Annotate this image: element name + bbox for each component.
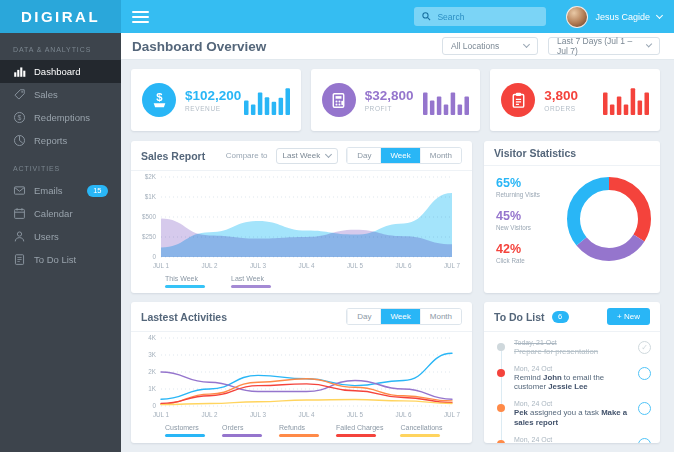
todo-date: Mon, 24 Oct — [514, 436, 633, 443]
sidebar-item[interactable]: Reports — [0, 129, 121, 152]
stat-label: REVENUE — [185, 105, 241, 112]
range-tab[interactable]: Week — [380, 148, 419, 163]
date-range-dropdown[interactable]: Last 7 Days (Jul 1 – Jul 7) — [548, 37, 660, 55]
sales-range-tabs: Day Week Month — [346, 147, 462, 164]
hamburger-menu-icon[interactable] — [132, 8, 149, 26]
todo-date: Today, 21 Oct — [514, 339, 633, 346]
legend-item: Last Week — [231, 275, 271, 288]
svg-text:JUL 4: JUL 4 — [298, 262, 315, 269]
avatar[interactable] — [566, 6, 588, 28]
sidebar-item-label: Redemptions — [34, 112, 90, 123]
svg-text:$250: $250 — [142, 233, 157, 240]
todo-checkbox[interactable]: ✓ — [638, 341, 651, 354]
legend-item: This Week — [165, 275, 205, 288]
sidebar-item[interactable]: Users — [0, 225, 121, 248]
legend-item: Refunds — [279, 424, 319, 437]
svg-text:JUL 7: JUL 7 — [444, 411, 460, 418]
range-tab[interactable]: Month — [420, 309, 461, 324]
range-tab[interactable]: Week — [380, 309, 419, 324]
sidebar-item[interactable]: Sales — [0, 83, 121, 106]
legend-item: Orders — [222, 424, 262, 437]
sidebar-item-label: To Do List — [34, 254, 76, 265]
todo-checkbox[interactable] — [638, 367, 651, 380]
activities-legend: Customers Orders Refunds — [131, 423, 472, 443]
calculator-icon — [329, 91, 348, 110]
todo-checkbox[interactable] — [638, 438, 651, 443]
sidebar-item-label: Users — [34, 231, 59, 242]
pie-chart-icon — [13, 134, 26, 147]
svg-text:JUL 2: JUL 2 — [201, 411, 218, 418]
search-input[interactable] — [437, 12, 539, 22]
search-box[interactable] — [414, 7, 546, 26]
sales-report-panel: Sales Report Compare to Last Week — [131, 141, 472, 293]
stat-card: 3,800 ORDERS — [490, 69, 660, 131]
clipboard-icon — [13, 253, 26, 266]
activities-line-chart: 4K3K2K1K0JUL 1JUL 2JUL 3JUL 4JUL 5JUL 6J… — [131, 332, 460, 421]
sidebar-badge: 15 — [87, 185, 108, 197]
compare-dropdown[interactable]: Last Week — [276, 148, 339, 164]
todo-item: Mon, 24 Oct Pek assigned you a task Make… — [484, 396, 660, 431]
activities-range-tabs: Day Week Month — [346, 308, 462, 325]
latest-activities-panel: Lastest Activities Day Week Month — [131, 302, 472, 443]
sidebar-item[interactable]: $ Redemptions — [0, 106, 121, 129]
sidebar-section-analytics: DATA & ANALYTICS — [0, 33, 121, 60]
visitor-stat: 65% Returning Visits — [496, 176, 558, 198]
svg-text:JUL 3: JUL 3 — [250, 411, 267, 418]
range-tab[interactable]: Day — [347, 309, 380, 324]
stat-value: $102,200 — [185, 88, 241, 103]
stat-label: PROFIT — [365, 105, 414, 112]
topbar-right: Jesus Cagide — [121, 0, 674, 33]
location-filter-dropdown[interactable]: All Locations — [442, 37, 538, 55]
legend-item: Customers — [165, 424, 205, 437]
stat-value: $32,800 — [365, 88, 414, 103]
app-logo: DIGIRAL — [0, 0, 121, 33]
sidebar-item[interactable]: Emails 15 — [0, 179, 121, 202]
stat-card: $32,800 PROFIT — [311, 69, 481, 131]
sidebar-item[interactable]: Dashboard — [0, 60, 121, 83]
sidebar-item-label: Dashboard — [34, 66, 80, 77]
svg-text:2K: 2K — [148, 368, 157, 375]
svg-text:JUL 1: JUL 1 — [153, 411, 170, 418]
todo-checkbox[interactable] — [638, 402, 651, 415]
user-icon — [13, 230, 26, 243]
sidebar-item[interactable]: Calendar — [0, 202, 121, 225]
range-tab[interactable]: Month — [420, 148, 461, 163]
todo-item: Mon, 24 Oct Prepare for presentation — [484, 432, 660, 443]
stat-value: 3,800 — [544, 88, 578, 103]
main-content: Dashboard Overview All Locations Last 7 … — [121, 33, 674, 452]
user-menu[interactable]: Jesus Cagide — [566, 6, 662, 28]
visitor-stat: 45% New Visitors — [496, 209, 558, 231]
todo-count-badge: 6 — [552, 311, 569, 323]
stat-card: $ $102,200 REVENUE — [131, 69, 301, 131]
sidebar-item-label: Sales — [34, 89, 58, 100]
svg-text:JUL 4: JUL 4 — [298, 411, 315, 418]
range-tab[interactable]: Day — [347, 148, 380, 163]
svg-text:4K: 4K — [148, 334, 157, 341]
sales-area-chart: $2K$1K$500$2500JUL 1JUL 2JUL 3JUL 4JUL 5… — [131, 171, 460, 272]
sidebar-item[interactable]: To Do List — [0, 248, 121, 271]
new-todo-button[interactable]: + New — [607, 308, 650, 325]
svg-text:0: 0 — [152, 253, 156, 260]
svg-text:JUL 5: JUL 5 — [347, 262, 364, 269]
todo-status-dot — [497, 343, 505, 351]
todo-status-dot — [497, 369, 505, 377]
svg-text:$500: $500 — [142, 213, 157, 220]
svg-text:JUL 7: JUL 7 — [444, 262, 460, 269]
panel-title: Visitor Statistics — [494, 147, 576, 159]
chevron-down-icon — [646, 41, 653, 48]
svg-text:1K: 1K — [148, 385, 157, 392]
svg-text:JUL 6: JUL 6 — [395, 411, 412, 418]
stat-label: ORDERS — [544, 105, 578, 112]
svg-text:$: $ — [156, 91, 163, 103]
chevron-down-icon — [325, 150, 332, 157]
visitor-stat: 42% Click Rate — [496, 242, 558, 264]
sidebar-nav-analytics: Dashboard Sales $ Redemptions — [0, 60, 121, 152]
svg-text:3K: 3K — [148, 351, 157, 358]
svg-text:$2K: $2K — [145, 173, 157, 180]
sidebar-nav-activities: Emails 15 Calendar Users — [0, 179, 121, 271]
envelope-icon — [13, 184, 26, 197]
user-name: Jesus Cagide — [595, 12, 650, 22]
todo-text: Remind John to email the customer Jessie… — [514, 373, 633, 392]
legend-item: Failed Charges — [336, 424, 383, 437]
panel-title: Lastest Activities — [141, 311, 227, 323]
